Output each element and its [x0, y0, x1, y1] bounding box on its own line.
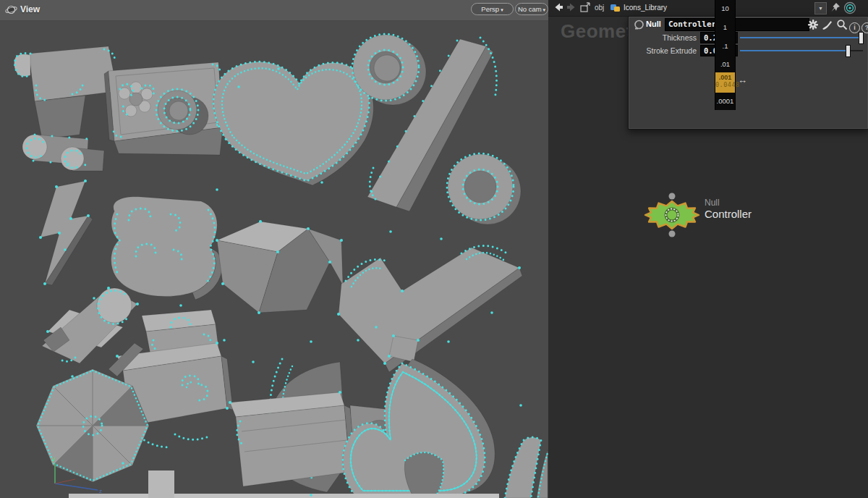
info-icon[interactable]: i	[849, 20, 861, 31]
node-starburst[interactable]	[645, 201, 699, 229]
node-output-connector[interactable]	[669, 231, 676, 237]
node-null-controller[interactable]: Null Controller	[632, 182, 849, 248]
shape-curls[interactable]	[111, 197, 222, 300]
network-type-icon	[610, 2, 621, 13]
axis-y-label: y	[52, 455, 56, 463]
dialog-node-type: Null	[646, 20, 661, 28]
ladder-active-step-label: .001	[715, 74, 735, 81]
chevron-down-icon: ▾	[501, 7, 503, 12]
ladder-step-p01[interactable]: .01	[715, 60, 735, 68]
shape-check[interactable]	[337, 245, 522, 372]
pin-icon[interactable]	[830, 2, 841, 14]
shape-flame[interactable]	[343, 359, 495, 498]
slider-handle[interactable]	[859, 32, 864, 44]
link-rings-icon[interactable]	[843, 1, 856, 14]
node-ring-icon	[634, 20, 644, 30]
parent-network-icon[interactable]	[580, 2, 591, 13]
viewport-pane[interactable]: y z View Persp▾ No cam▾	[0, 0, 548, 498]
magnifier-icon[interactable]	[836, 19, 848, 30]
axis-z-label: z	[99, 488, 102, 494]
breadcrumb-network[interactable]: Icons_Library	[624, 4, 667, 12]
viewport-canvas[interactable]: y z	[0, 0, 548, 498]
shape-bolt[interactable]	[39, 180, 93, 285]
param-row-thickness: Thickness 0.22	[629, 32, 868, 43]
value-ladder[interactable]: 10 1 .1 .01 .001 0.0448 .0001	[715, 0, 736, 110]
persp-camera-button[interactable]: Persp▾	[471, 3, 514, 15]
no-cam-label: No cam	[518, 5, 542, 13]
back-arrow-icon[interactable]	[553, 2, 563, 12]
ladder-step-p1[interactable]: .1	[715, 42, 735, 50]
parameter-dialog[interactable]: Null Controller i	[628, 16, 868, 130]
shape-plane[interactable]	[42, 287, 139, 363]
shape-clipboard[interactable]	[14, 46, 117, 139]
slider-track[interactable]	[740, 50, 846, 51]
ladder-step-active[interactable]: .001 0.0448	[715, 72, 735, 93]
shape-petals[interactable]	[505, 437, 548, 498]
slider-track[interactable]	[740, 37, 861, 38]
ladder-step-1[interactable]: 1	[715, 23, 735, 31]
no-cam-button[interactable]: No cam▾	[515, 3, 548, 15]
param-label: Thickness	[629, 33, 697, 42]
node-name-field[interactable]: Controller	[665, 18, 809, 31]
ladder-step-p0001[interactable]: .0001	[715, 97, 735, 105]
shape-camera[interactable]	[104, 62, 223, 155]
slider-handle[interactable]	[846, 45, 851, 57]
slider-track-remainder[interactable]	[850, 50, 863, 51]
help-icon[interactable]: ?	[861, 20, 868, 31]
app-window: y z View Persp▾ No cam▾	[0, 0, 868, 498]
viewport-header: View Persp▾ No cam▾	[0, 0, 548, 21]
param-label: Stroke Extrude	[629, 46, 697, 55]
ladder-current-value: 0.0448	[715, 81, 735, 88]
network-path-bar: obj Icons_Library ▼	[548, 0, 868, 17]
shape-scrolls[interactable]	[22, 135, 104, 171]
persp-label: Persp	[481, 5, 499, 13]
drag-cursor-icon: ↔	[738, 75, 747, 85]
chevron-down-icon: ▾	[543, 7, 546, 12]
param-row-stroke-extrude: Stroke Extrude 0.04	[629, 45, 868, 56]
node-input-connector[interactable]	[669, 193, 676, 200]
shape-percent[interactable]	[352, 34, 521, 224]
breadcrumb-context[interactable]: obj	[595, 4, 604, 12]
stroke-extrude-slider[interactable]	[740, 45, 863, 56]
viewport-tab-view[interactable]: View	[20, 4, 40, 14]
node-name-label[interactable]: Controller	[705, 208, 752, 220]
path-dropdown-button[interactable]: ▼	[814, 2, 827, 14]
ladder-step-10[interactable]: 10	[715, 4, 735, 12]
paintbrush-icon[interactable]	[822, 19, 833, 30]
gear-icon[interactable]	[807, 19, 819, 30]
shape-heart[interactable]	[213, 62, 373, 185]
forward-arrow-icon[interactable]	[566, 2, 576, 12]
view-orbit-icon	[5, 4, 17, 16]
thickness-slider[interactable]	[740, 32, 863, 43]
node-type-label: Null	[705, 198, 720, 208]
shape-gem[interactable]	[216, 220, 343, 314]
parameter-dialog-header: Null Controller i	[629, 18, 868, 31]
